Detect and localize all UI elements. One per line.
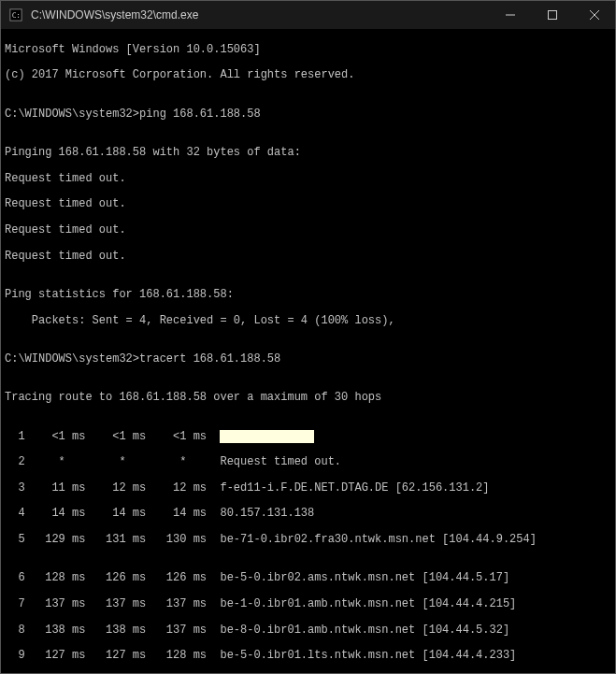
tracert-hop: 9 127 ms 127 ms 128 ms be-5-0.ibr01.lts.…: [5, 650, 611, 663]
tracert-hop: 1 <1 ms <1 ms <1 ms: [5, 431, 611, 444]
copyright-line: (c) 2017 Microsoft Corporation. All righ…: [5, 69, 611, 82]
ping-result: Request timed out.: [5, 251, 611, 264]
cmd-window: C: C:\WINDOWS\system32\cmd.exe Microsoft…: [0, 0, 616, 674]
svg-text:C:: C:: [12, 11, 21, 20]
version-line: Microsoft Windows [Version 10.0.15063]: [5, 44, 611, 57]
ping-header: Pinging 168.61.188.58 with 32 bytes of d…: [5, 147, 611, 160]
ping-stats-packets: Packets: Sent = 4, Received = 0, Lost = …: [5, 315, 611, 328]
window-controls: [489, 1, 615, 29]
maximize-button[interactable]: [531, 1, 573, 29]
text-selection[interactable]: [220, 430, 314, 443]
tracert-header: Tracing route to 168.61.188.58 over a ma…: [5, 392, 611, 405]
tracert-hop: 6 128 ms 126 ms 126 ms be-5-0.ibr02.ams.…: [5, 572, 611, 585]
minimize-button[interactable]: [489, 1, 531, 29]
tracert-command: tracert 168.61.188.58: [139, 352, 280, 366]
tracert-hop: 3 11 ms 12 ms 12 ms f-ed11-i.F.DE.NET.DT…: [5, 482, 611, 495]
tracert-hop: 4 14 ms 14 ms 14 ms 80.157.131.138: [5, 508, 611, 521]
prompt: C:\WINDOWS\system32>: [5, 108, 139, 121]
tracert-hop: 8 138 ms 138 ms 137 ms be-8-0.ibr01.amb.…: [5, 624, 611, 638]
ping-result: Request timed out.: [5, 224, 611, 237]
ping-command: ping 168.61.188.58: [139, 108, 261, 121]
svg-rect-3: [548, 11, 556, 20]
ping-result: Request timed out.: [5, 198, 611, 211]
tracert-hop: 2 * * * Request timed out.: [5, 456, 611, 469]
window-title: C:\WINDOWS\system32\cmd.exe: [31, 8, 489, 22]
titlebar[interactable]: C: C:\WINDOWS\system32\cmd.exe: [1, 1, 615, 29]
prompt: C:\WINDOWS\system32>: [5, 352, 139, 366]
tracert-hop: 7 137 ms 137 ms 137 ms be-1-0.ibr01.amb.…: [5, 598, 611, 611]
terminal-output[interactable]: Microsoft Windows [Version 10.0.15063] (…: [1, 29, 615, 673]
close-button[interactable]: [573, 1, 615, 29]
tracert-hop: 5 129 ms 131 ms 130 ms be-71-0.ibr02.fra…: [5, 534, 611, 547]
ping-stats-header: Ping statistics for 168.61.188.58:: [5, 289, 611, 302]
cmd-icon: C:: [8, 7, 23, 22]
ping-result: Request timed out.: [5, 173, 611, 186]
